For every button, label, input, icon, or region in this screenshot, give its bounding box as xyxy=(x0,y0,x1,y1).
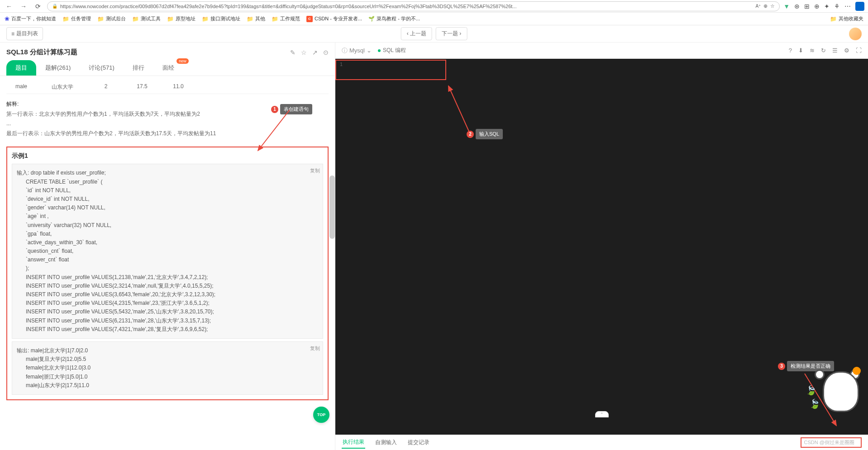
ext-icon[interactable]: ⊞ xyxy=(804,3,810,10)
avatar[interactable] xyxy=(849,28,862,40)
star-icon[interactable]: ☆ xyxy=(301,49,307,56)
editor-highlight-box xyxy=(335,60,446,80)
annotation-2: 2 输入SQL xyxy=(467,129,503,139)
page-topbar: ≡ 题目列表 ‹ 上一题 下一题 › xyxy=(0,25,868,43)
tooltip: 输入SQL xyxy=(476,129,503,139)
problem-list-button[interactable]: ≡ 题目列表 xyxy=(6,27,43,40)
dots: ... xyxy=(6,119,329,129)
scrollbar[interactable] xyxy=(329,175,335,239)
favorites-icon[interactable]: ✦ xyxy=(824,3,830,10)
tab-custom-input[interactable]: 自测输入 xyxy=(374,437,398,448)
share-icon[interactable]: ↗ xyxy=(312,49,318,56)
tab-submissions[interactable]: 提交记录 xyxy=(407,437,430,448)
ext-icon[interactable]: ⊛ xyxy=(794,3,800,10)
problem-panel: SQL18 分组计算练习题 ✎ ☆ ↗ ⊙ 题目 题解(261) 讨论(571)… xyxy=(0,43,335,450)
dot-icon xyxy=(378,49,381,52)
copilot-icon[interactable] xyxy=(855,2,864,11)
folder-icon: 📁 xyxy=(272,16,278,22)
top-button[interactable]: TOP xyxy=(313,407,329,423)
svg-line-1 xyxy=(448,86,469,131)
bookmark-cainiao[interactable]: 🌱菜鸟教程 - 学的不... xyxy=(368,15,420,22)
cainiao-icon: 🌱 xyxy=(368,16,375,22)
download-icon[interactable]: ⬇ xyxy=(798,47,803,54)
csdn-icon: C xyxy=(306,16,313,22)
bookmark-folder[interactable]: 📁测试工具 xyxy=(132,15,161,22)
bookmark-folder[interactable]: 📁原型地址 xyxy=(167,15,196,22)
extension-icons: ▼ ⊛ ⊞ ⊕ ✦ ⚘ ⋯ xyxy=(783,2,864,11)
folder-icon: 📁 xyxy=(167,16,174,22)
example-box: 示例1 复制输入: drop table if exists user_prof… xyxy=(6,147,329,400)
result-bar: 执行结果 自测输入 提交记录 CSDN @倒过来是圈圈 自测运行 xyxy=(335,435,868,450)
cell: 11.0 xyxy=(160,83,196,91)
folder-icon: 📁 xyxy=(830,16,837,22)
bookmark-folder[interactable]: 📁其他 xyxy=(247,15,265,22)
url-text: https://www.nowcoder.com/practice/009d80… xyxy=(60,4,753,9)
refresh-button[interactable]: ⟳ xyxy=(33,1,43,12)
tab-rank[interactable]: 排行 xyxy=(124,60,153,76)
circle-2-icon: 2 xyxy=(467,131,474,138)
forward-button[interactable]: → xyxy=(18,1,29,12)
reader-icon[interactable]: A⁺ xyxy=(755,4,761,9)
bookmark-folder[interactable]: 📁接口测试地址 xyxy=(202,15,240,22)
circle-3-icon: 3 xyxy=(778,363,785,370)
mascot-icon: 🍃 🍃 xyxy=(809,362,863,417)
self-test-box: CSDN @倒过来是圈圈 自测运行 xyxy=(801,437,862,448)
collection-icon[interactable]: ⊕ xyxy=(814,3,820,10)
tab-experience[interactable]: 面经 xyxy=(153,60,183,76)
chevron-down-icon: ⌄ xyxy=(367,47,372,54)
edit-icon[interactable]: ✎ xyxy=(290,49,296,56)
problem-tabs: 题目 题解(261) 讨论(571) 排行 面经 xyxy=(0,57,335,76)
vue-icon[interactable]: ▼ xyxy=(783,3,790,10)
prev-problem-button[interactable]: ‹ 上一题 xyxy=(401,27,432,40)
folder-icon: 📁 xyxy=(97,16,104,22)
address-bar[interactable]: 🔒 https://www.nowcoder.com/practice/009d… xyxy=(47,1,780,11)
bookmark-csdn[interactable]: CCSDN - 专业开发者... xyxy=(306,15,362,22)
code-editor[interactable]: 1 2 输入SQL 3 检测结果是否正确 ⌃ xyxy=(335,59,868,435)
folder-icon: 📁 xyxy=(132,16,139,22)
bookmark-folder[interactable]: 📁工作规范 xyxy=(272,15,300,22)
problem-header: SQL18 分组计算练习题 ✎ ☆ ↗ ⊙ xyxy=(0,43,335,57)
cell: 17.5 xyxy=(124,83,160,91)
reset-icon[interactable]: ↻ xyxy=(821,47,826,54)
baidu-icon: ❀ xyxy=(5,15,10,22)
db-selector[interactable]: ⓘ Mysql ⌄ xyxy=(342,47,372,55)
example-title: 示例1 xyxy=(12,152,323,160)
problem-title: SQL18 分组计算练习题 xyxy=(6,48,77,57)
copy-button[interactable]: 复制 xyxy=(310,167,320,175)
watermark: CSDN @倒过来是圈圈 xyxy=(804,439,854,446)
bookmark-folder[interactable]: 📁测试后台 xyxy=(97,15,126,22)
folder-icon: 📁 xyxy=(62,16,69,22)
ext-icon[interactable]: ⚘ xyxy=(834,3,840,10)
editor-panel: ⓘ Mysql ⌄ SQL 编程 ? ⬇ ≋ ↻ ☰ ⚙ ⛶ 1 xyxy=(335,43,868,450)
cell: 山东大学 xyxy=(43,83,88,91)
collapse-button[interactable]: ⌃ xyxy=(595,411,609,417)
lock-icon: 🔒 xyxy=(52,4,57,9)
bookmark-other[interactable]: 📁其他收藏夹 xyxy=(830,15,863,22)
back-button[interactable]: ← xyxy=(4,1,14,12)
sql-mode-label: SQL 编程 xyxy=(378,47,406,54)
tab-solution[interactable]: 题解(261) xyxy=(36,60,80,76)
output-block: 复制输出: male|北京大学|1|7.0|2.0 male|复旦大学|2|12… xyxy=(12,341,323,395)
next-problem-button[interactable]: 下一题 › xyxy=(436,27,467,40)
help-icon[interactable]: ? xyxy=(789,47,792,54)
folder-icon: 📁 xyxy=(247,16,253,22)
tab-problem[interactable]: 题目 xyxy=(6,60,36,76)
save-icon[interactable]: ☰ xyxy=(832,47,838,54)
settings-icon[interactable]: ⚙ xyxy=(844,47,849,54)
folder-icon: 📁 xyxy=(202,16,209,22)
star-icon[interactable]: ☆ xyxy=(770,3,775,9)
more-icon[interactable]: ⋯ xyxy=(844,3,851,10)
annotation-1: 1 表创建语句 xyxy=(271,104,312,114)
bookmark-folder[interactable]: 📁任务管理 xyxy=(62,15,91,22)
circle-1-icon: 1 xyxy=(271,106,278,113)
fullscreen-icon[interactable]: ⛶ xyxy=(856,47,862,54)
translate-icon[interactable]: ⊕ xyxy=(763,3,768,9)
more-icon[interactable]: ⊙ xyxy=(323,49,329,56)
bookmark-baidu[interactable]: ❀百度一下，你就知道 xyxy=(5,15,56,22)
problem-content[interactable]: male 山东大学 2 17.5 11.0 解释: 第一行表示：北京大学的男性用… xyxy=(0,76,335,450)
copy-button[interactable]: 复制 xyxy=(310,345,320,353)
format-icon[interactable]: ≋ xyxy=(810,47,815,54)
tab-discuss[interactable]: 讨论(571) xyxy=(80,60,123,76)
tooltip: 表创建语句 xyxy=(280,104,312,114)
tab-result[interactable]: 执行结果 xyxy=(342,436,365,449)
